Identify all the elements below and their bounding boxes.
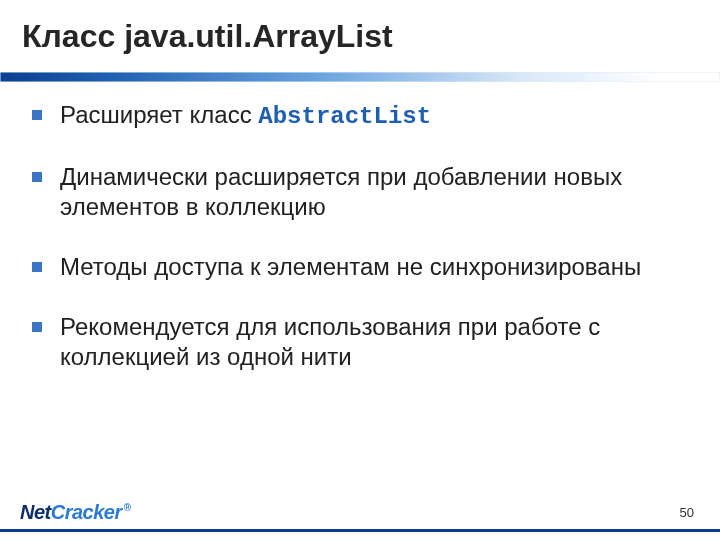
list-item: Расширяет класс AbstractList bbox=[32, 100, 690, 132]
page-number: 50 bbox=[680, 505, 694, 520]
list-item: Динамически расширяется при добавлении н… bbox=[32, 162, 690, 222]
logo-registered-mark: ® bbox=[124, 502, 131, 513]
bullet-list: Расширяет класс AbstractList Динамически… bbox=[32, 100, 690, 372]
code-word: AbstractList bbox=[258, 103, 431, 130]
bullet-text: Методы доступа к элементам не синхронизи… bbox=[60, 253, 641, 280]
logo-part-net: Net bbox=[20, 501, 51, 523]
list-item: Методы доступа к элементам не синхронизи… bbox=[32, 252, 690, 282]
bullet-text: Рекомендуется для использования при рабо… bbox=[60, 313, 600, 370]
slide-title: Класс java.util.ArrayList bbox=[22, 18, 393, 55]
slide: Класс java.util.ArrayList Расширяет клас… bbox=[0, 0, 720, 540]
footer-logo: NetCracker® bbox=[20, 501, 131, 524]
footer-divider bbox=[0, 529, 720, 532]
content-area: Расширяет класс AbstractList Динамически… bbox=[32, 100, 690, 402]
list-item: Рекомендуется для использования при рабо… bbox=[32, 312, 690, 372]
title-underline bbox=[0, 72, 720, 82]
bullet-text: Расширяет класс bbox=[60, 101, 258, 128]
logo-part-cracker: Cracker bbox=[51, 501, 122, 523]
bullet-text: Динамически расширяется при добавлении н… bbox=[60, 163, 622, 220]
